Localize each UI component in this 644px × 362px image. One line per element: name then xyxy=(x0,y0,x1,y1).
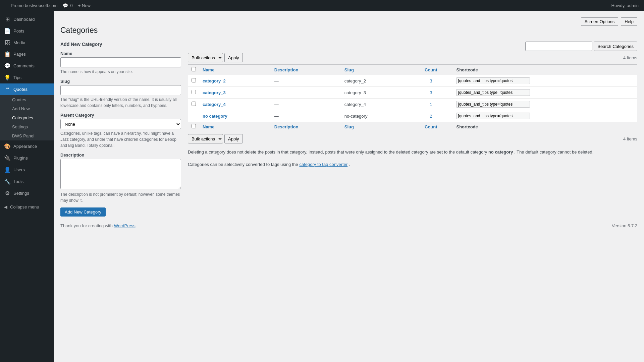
submenu-item-quotes[interactable]: Quotes xyxy=(0,95,54,104)
delete-notice: Deleting a category does not delete the … xyxy=(188,149,637,156)
submenu-item-settings[interactable]: Settings xyxy=(0,122,54,131)
count-link-3[interactable]: 1 xyxy=(430,102,432,107)
sidebar-item-tips[interactable]: 💡 Tips xyxy=(0,72,54,83)
parent-category-field: Parent Category None Categories, unlike … xyxy=(60,113,181,148)
help-button[interactable]: Help xyxy=(621,17,637,26)
pages-icon: 📋 xyxy=(4,51,11,57)
th-name-link[interactable]: Name xyxy=(203,67,214,72)
row-checkbox-1[interactable] xyxy=(192,78,196,82)
td-count-1: 3 xyxy=(409,75,453,87)
td-shortcode-4 xyxy=(453,110,637,122)
shortcode-input-4[interactable] xyxy=(456,113,530,119)
site-name[interactable]: Promo bestwebsoft.com xyxy=(8,0,60,11)
th-foot-slug-link[interactable]: Slug xyxy=(344,124,354,129)
wp-logo[interactable] xyxy=(3,0,8,11)
sidebar-item-users[interactable]: 👤 Users xyxy=(0,164,54,176)
new-content-link[interactable]: + New xyxy=(75,0,93,11)
quotes-icon: ❝ xyxy=(4,86,11,93)
name-input[interactable] xyxy=(60,57,181,67)
category-name-link-1[interactable]: category_2 xyxy=(203,78,226,83)
count-link-1[interactable]: 3 xyxy=(430,78,432,83)
sidebar-item-plugins[interactable]: 🔌 Plugins xyxy=(0,152,54,164)
th-foot-count: Count xyxy=(409,122,453,132)
category-to-tag-converter-link[interactable]: category to tag converter xyxy=(299,162,347,167)
category-name-link-3[interactable]: category_4 xyxy=(203,102,226,107)
select-all-top-checkbox[interactable] xyxy=(192,67,196,71)
name-description: The name is how it appears on your site. xyxy=(60,69,181,75)
th-foot-checkbox xyxy=(188,122,200,132)
th-foot-name-link[interactable]: Name xyxy=(203,124,214,129)
bulk-actions-bottom-select[interactable]: Bulk actions xyxy=(188,134,223,143)
add-new-category-button[interactable]: Add New Category xyxy=(60,207,106,217)
name-label: Name xyxy=(60,51,181,56)
bulk-actions-top-select[interactable]: Bulk actions xyxy=(188,53,223,62)
sidebar-item-pages[interactable]: 📋 Pages xyxy=(0,48,54,60)
th-foot-desc-link[interactable]: Description xyxy=(274,124,299,129)
add-new-panel: Add New Category Name The name is how it… xyxy=(60,42,181,217)
shortcode-input-2[interactable] xyxy=(456,89,530,96)
thank-you-text: Thank you for creating with WordPress. xyxy=(60,223,137,228)
apply-bottom-button[interactable]: Apply xyxy=(224,134,243,143)
select-all-bottom-checkbox[interactable] xyxy=(192,124,196,128)
submenu-item-categories[interactable]: Categories xyxy=(0,113,54,122)
bulk-actions-bottom: Bulk actions Apply xyxy=(188,134,243,143)
collapse-menu-button[interactable]: ◀ Collapse menu xyxy=(0,202,54,212)
td-slug-1: category_2 xyxy=(341,75,409,87)
th-count-link[interactable]: Count xyxy=(425,67,437,72)
sidebar-item-settings[interactable]: ⚙ Settings xyxy=(0,187,54,199)
items-count-bottom: 4 items xyxy=(623,136,637,141)
td-checkbox-3 xyxy=(188,99,200,110)
row-checkbox-2[interactable] xyxy=(192,90,196,94)
plugins-icon: 🔌 xyxy=(4,155,11,161)
sidebar-item-dashboard[interactable]: ⊞ Dashboard xyxy=(0,13,54,25)
screen-options-button[interactable]: Screen Options xyxy=(581,17,619,26)
td-name-3: category_4 xyxy=(199,99,271,110)
apply-top-button[interactable]: Apply xyxy=(224,53,243,62)
sidebar-item-comments[interactable]: 💬 Comments xyxy=(0,60,54,72)
sidebar-item-media[interactable]: 🖼 Media xyxy=(0,37,54,48)
search-categories-button[interactable]: Search Categories xyxy=(594,42,637,51)
categories-table: Name Description Slug Count Short xyxy=(188,64,637,132)
comments-link[interactable]: 💬 0 xyxy=(60,0,75,11)
search-categories-input[interactable] xyxy=(525,42,592,51)
category-name-link-2[interactable]: category_3 xyxy=(203,90,226,95)
top-tablenav: Bulk actions Apply 4 items xyxy=(188,53,637,62)
sidebar-item-posts[interactable]: 📄 Posts xyxy=(0,25,54,37)
row-checkbox-3[interactable] xyxy=(192,102,196,106)
sidebar-item-quotes[interactable]: ❝ Quotes xyxy=(0,83,54,95)
description-note: The description is not prominent by defa… xyxy=(60,191,181,203)
parent-category-select[interactable]: None xyxy=(60,119,181,129)
admin-sidebar: ⊞ Dashboard 📄 Posts 🖼 Media 📋 Pages 💬 Co… xyxy=(0,11,54,362)
count-link-2[interactable]: 3 xyxy=(430,90,432,95)
th-foot-description: Description xyxy=(271,122,341,132)
slug-input[interactable] xyxy=(60,85,181,95)
submenu-item-add-new[interactable]: Add New xyxy=(0,104,54,113)
submenu-item-bws-panel[interactable]: BWS Panel xyxy=(0,131,54,140)
td-shortcode-2 xyxy=(453,87,637,99)
td-description-4: — xyxy=(271,110,341,122)
td-checkbox-1 xyxy=(188,75,200,87)
th-desc-link[interactable]: Description xyxy=(274,67,299,72)
shortcode-input-3[interactable] xyxy=(456,101,530,108)
th-foot-count-link[interactable]: Count xyxy=(425,124,437,129)
search-bar: Search Categories xyxy=(188,42,637,51)
collapse-icon: ◀ xyxy=(4,204,7,209)
media-icon: 🖼 xyxy=(4,40,11,46)
th-foot-name: Name xyxy=(199,122,271,132)
page-footer: Thank you for creating with WordPress. V… xyxy=(60,223,637,228)
th-checkbox xyxy=(188,65,200,75)
category-name-link-4[interactable]: no category xyxy=(203,114,227,119)
table-panel: Search Categories Bulk actions Apply 4 i… xyxy=(188,42,637,168)
table-row: no category — no-category 2 xyxy=(188,110,637,122)
th-count: Count xyxy=(409,65,453,75)
sidebar-item-appearance[interactable]: 🎨 Appearance xyxy=(0,140,54,152)
description-textarea[interactable] xyxy=(60,159,181,189)
count-link-4[interactable]: 2 xyxy=(430,114,432,119)
th-slug-link[interactable]: Slug xyxy=(344,67,354,72)
wordpress-link[interactable]: WordPress xyxy=(114,223,136,228)
slug-description: The "slug" is the URL-friendly version o… xyxy=(60,97,181,109)
sidebar-item-tools[interactable]: 🔧 Tools xyxy=(0,176,54,187)
shortcode-input-1[interactable] xyxy=(456,77,530,84)
table-body: category_2 — category_2 3 xyxy=(188,75,637,122)
howdy-menu[interactable]: Howdy, admin xyxy=(609,0,641,11)
